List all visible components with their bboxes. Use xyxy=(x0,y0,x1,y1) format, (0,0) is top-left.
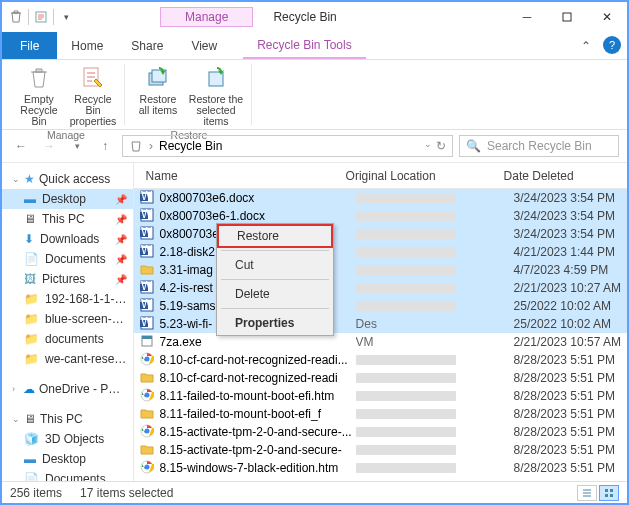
file-date: 8/28/2023 5:51 PM xyxy=(514,371,621,385)
nav-forward-button[interactable]: → xyxy=(38,135,60,157)
close-button[interactable]: ✕ xyxy=(587,3,627,31)
sidebar-desktop2[interactable]: ▬Desktop xyxy=(2,449,133,469)
folder-icon xyxy=(140,442,156,458)
ribbon-collapse-icon[interactable]: ⌃ xyxy=(575,32,597,59)
chrome-icon xyxy=(140,352,156,368)
nav-recent-dropdown[interactable]: ▾ xyxy=(66,135,88,157)
minimize-button[interactable]: ─ xyxy=(507,3,547,31)
sidebar-item-desktop[interactable]: ▬Desktop📌 xyxy=(2,189,133,209)
address-dropdown-icon[interactable]: ⌄ xyxy=(424,139,432,153)
menu-file[interactable]: File xyxy=(2,32,57,59)
nav-back-button[interactable]: ← xyxy=(10,135,32,157)
contextual-tab-manage[interactable]: Manage xyxy=(160,7,253,27)
word-icon: W xyxy=(140,280,156,296)
svg-text:W: W xyxy=(141,190,153,203)
qat-dropdown-icon[interactable]: ▾ xyxy=(58,9,74,25)
properties-qat-icon[interactable] xyxy=(33,9,49,25)
pin-icon: 📌 xyxy=(115,234,127,245)
file-name: 8.10-cf-card-not-recognized-readi xyxy=(160,371,356,385)
view-thumbnails-button[interactable] xyxy=(599,485,619,501)
table-row[interactable]: 3.31-imag4/7/2023 4:59 PM xyxy=(134,261,627,279)
pin-icon: 📌 xyxy=(115,214,127,225)
menu-share[interactable]: Share xyxy=(117,32,177,59)
table-row[interactable]: W2.18-disk24/21/2023 1:44 PM xyxy=(134,243,627,261)
table-row[interactable]: W0x800703e6-2.docx3/24/2023 3:54 PM xyxy=(134,225,627,243)
svg-rect-41 xyxy=(605,494,608,497)
word-icon: W xyxy=(140,190,156,206)
view-details-button[interactable] xyxy=(577,485,597,501)
table-row[interactable]: W0x800703e6.docx3/24/2023 3:54 PM xyxy=(134,189,627,207)
folder-icon xyxy=(140,370,156,386)
sidebar-3dobjects[interactable]: 🧊3D Objects xyxy=(2,429,133,449)
column-name[interactable]: Name xyxy=(140,169,340,183)
table-row[interactable]: 8.10-cf-card-not-recognized-readi...8/28… xyxy=(134,351,627,369)
empty-recycle-bin-button[interactable]: Empty Recycle Bin xyxy=(14,64,64,127)
refresh-button[interactable]: ↻ xyxy=(436,139,446,153)
table-row[interactable]: W5.23-wi-fi-Des25/2022 10:02 AM xyxy=(134,315,627,333)
search-icon: 🔍 xyxy=(466,139,481,153)
table-row[interactable]: 7za.exeVM2/21/2023 10:57 AM xyxy=(134,333,627,351)
downloads-icon: ⬇ xyxy=(24,232,34,246)
recycle-bin-properties-button[interactable]: Recycle Bin properties xyxy=(68,64,118,127)
column-date[interactable]: Date Deleted xyxy=(498,169,621,183)
file-date: 25/2022 10:02 AM xyxy=(514,299,621,313)
table-row[interactable]: 8.15-windows-7-black-edition_files8/28/2… xyxy=(134,477,627,481)
sidebar-documents2[interactable]: 📄Documents xyxy=(2,469,133,481)
sidebar-item-folder1[interactable]: 📁192-168-1-1-log xyxy=(2,289,133,309)
sidebar-quick-access[interactable]: ⌄★Quick access xyxy=(2,169,133,189)
context-cut[interactable]: Cut xyxy=(217,253,333,277)
svg-text:W: W xyxy=(141,244,153,257)
sidebar-item-thispc[interactable]: 🖥This PC📌 xyxy=(2,209,133,229)
menu-home[interactable]: Home xyxy=(57,32,117,59)
nav-up-button[interactable]: ↑ xyxy=(94,135,116,157)
context-restore[interactable]: Restore xyxy=(217,224,333,248)
word-icon: W xyxy=(140,244,156,260)
sidebar-thispc-tree[interactable]: ⌄🖥This PC xyxy=(2,409,133,429)
table-row[interactable]: W4.2-is-rest2/21/2023 10:27 AM xyxy=(134,279,627,297)
table-row[interactable]: 8.15-activate-tpm-2-0-and-secure-...8/28… xyxy=(134,423,627,441)
menubar: File Home Share View Recycle Bin Tools ⌃… xyxy=(2,32,627,60)
file-name: 0x800703e6.docx xyxy=(160,191,356,205)
file-date: 3/24/2023 3:54 PM xyxy=(514,191,621,205)
column-location[interactable]: Original Location xyxy=(340,169,498,183)
table-row[interactable]: 8.10-cf-card-not-recognized-readi8/28/20… xyxy=(134,369,627,387)
sidebar-item-downloads[interactable]: ⬇Downloads📌 xyxy=(2,229,133,249)
address-path: Recycle Bin xyxy=(159,139,222,153)
chrome-icon xyxy=(140,424,156,440)
table-row[interactable]: 8.15-windows-7-black-edition.htm8/28/202… xyxy=(134,459,627,477)
sidebar-item-folder4[interactable]: 📁we-cant-reset-you xyxy=(2,349,133,369)
restore-selected-button[interactable]: Restore the selected items xyxy=(187,64,245,127)
maximize-button[interactable] xyxy=(547,3,587,31)
properties-icon xyxy=(79,64,107,92)
address-bar[interactable]: › Recycle Bin ⌄ ↻ xyxy=(122,135,453,157)
file-list: W0x800703e6.docx3/24/2023 3:54 PMW0x8007… xyxy=(134,189,627,481)
sidebar-item-folder2[interactable]: 📁blue-screen-after-i xyxy=(2,309,133,329)
table-row[interactable]: 8.11-failed-to-mount-boot-efi.htm8/28/20… xyxy=(134,387,627,405)
desktop-icon: ▬ xyxy=(24,192,36,206)
pin-icon: 📌 xyxy=(115,274,127,285)
table-row[interactable]: 8.11-failed-to-mount-boot-efi_f8/28/2023… xyxy=(134,405,627,423)
status-bar: 256 items 17 items selected xyxy=(2,481,627,503)
search-input[interactable]: 🔍 Search Recycle Bin xyxy=(459,135,619,157)
menu-view[interactable]: View xyxy=(177,32,231,59)
folder-icon: 📁 xyxy=(24,292,39,306)
sidebar-item-pictures[interactable]: 🖼Pictures📌 xyxy=(2,269,133,289)
table-row[interactable]: W5.19-sams25/2022 10:02 AM xyxy=(134,297,627,315)
folder-icon xyxy=(140,406,156,422)
sidebar-item-documents[interactable]: 📄Documents📌 xyxy=(2,249,133,269)
file-date: 8/28/2023 5:51 PM xyxy=(514,389,621,403)
svg-rect-39 xyxy=(605,489,608,492)
file-location xyxy=(356,427,514,437)
help-button[interactable]: ? xyxy=(603,36,621,54)
svg-text:W: W xyxy=(141,298,153,311)
restore-all-button[interactable]: Restore all items xyxy=(133,64,183,127)
svg-text:W: W xyxy=(141,208,153,221)
sidebar-item-folder3[interactable]: 📁documents xyxy=(2,329,133,349)
context-delete[interactable]: Delete xyxy=(217,282,333,306)
menu-recycle-bin-tools[interactable]: Recycle Bin Tools xyxy=(243,32,366,59)
sidebar-onedrive[interactable]: ›☁OneDrive - Personal xyxy=(2,379,133,399)
table-row[interactable]: 8.15-activate-tpm-2-0-and-secure-8/28/20… xyxy=(134,441,627,459)
star-icon: ★ xyxy=(24,172,35,186)
context-properties[interactable]: Properties xyxy=(217,311,333,335)
table-row[interactable]: W0x800703e6-1.docx3/24/2023 3:54 PM xyxy=(134,207,627,225)
